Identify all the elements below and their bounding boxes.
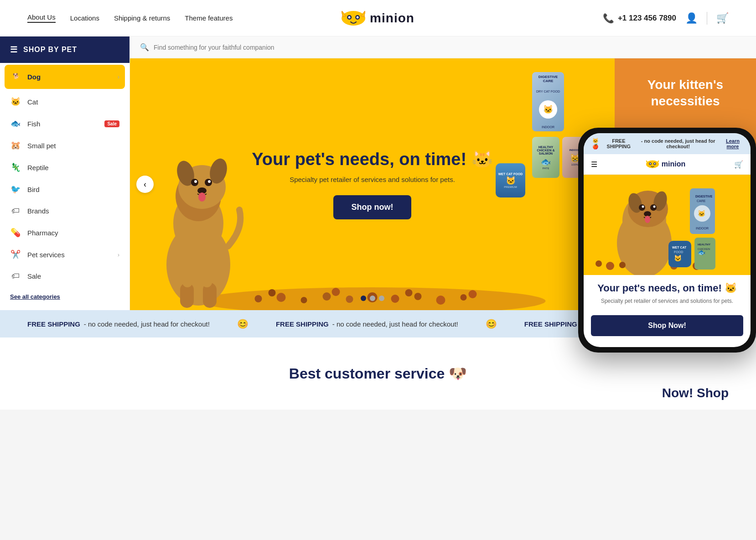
sale-icon: 🏷 (10, 271, 21, 281)
svg-point-30 (391, 295, 399, 303)
nav-about-us[interactable]: About Us (27, 13, 56, 23)
fish-icon: 🐟 (10, 119, 21, 129)
hero-search-bar: 🔍 (130, 36, 756, 58)
user-icon[interactable]: 👤 (685, 12, 698, 24)
shipping-text-1: - no code needed, just head for checkout… (84, 320, 210, 328)
svg-text:FOOD: FOOD (674, 250, 683, 254)
mobile-hero-illustration: DIGESTIVE CARE 🐱 INDOOR HEALTHY CHICKEN … (584, 175, 751, 275)
mobile-learn-more-link[interactable]: Learn more (721, 138, 744, 149)
mobile-cart-icon[interactable]: 🛒 (734, 160, 743, 169)
svg-point-26 (301, 297, 307, 303)
shipping-text-2: - no code needed, just head for checkout… (332, 320, 458, 328)
dot-1[interactable] (361, 296, 366, 301)
svg-point-63 (645, 216, 650, 223)
svg-point-36 (405, 289, 413, 296)
sidebar: ☰ SHOP BY PET 🐕 Dog › 🐱 Cat 🐟 Fish Sale (0, 36, 130, 310)
sidebar-label-dog: Dog (27, 73, 111, 81)
sidebar-item-sale[interactable]: 🏷 Sale (0, 265, 129, 287)
svg-text:🐱: 🐱 (698, 210, 706, 218)
svg-text:WET CAT: WET CAT (672, 246, 687, 249)
dot-2[interactable] (370, 296, 375, 301)
sidebar-item-reptile[interactable]: 🦎 Reptile (0, 156, 129, 178)
svg-point-51 (654, 163, 655, 165)
sidebar-label-pharmacy: Pharmacy (27, 229, 119, 237)
mobile-shipping-bold: FREE SHIPPING (602, 138, 635, 149)
svg-point-50 (650, 163, 651, 165)
svg-point-28 (346, 296, 353, 303)
sidebar-label-cat: Cat (27, 98, 119, 106)
hero-prev-button[interactable]: ‹ (136, 176, 154, 193)
shop-now-button[interactable]: Shop now! (333, 195, 412, 219)
sidebar-item-dog[interactable]: 🐕 Dog › (5, 65, 125, 89)
smile-icon-2: 😊 (486, 318, 497, 329)
logo[interactable]: minion (342, 10, 414, 26)
sidebar-item-pet-services[interactable]: ✂️ Pet services › (0, 244, 129, 265)
sidebar-label-pet-services: Pet services (27, 251, 111, 259)
mobile-hamburger-icon[interactable]: ☰ (591, 160, 597, 169)
mobile-hero-subtitle: Specialty pet retailer of services and s… (591, 298, 743, 304)
mobile-hero-title: Your pet's needs, on time! 🐱 (591, 282, 743, 294)
svg-point-15 (194, 180, 197, 183)
nav-divider (707, 12, 707, 25)
mobile-logo[interactable]: minion (646, 160, 685, 169)
nav-shipping-returns[interactable]: Shipping & returns (114, 14, 170, 22)
hero-main-banner: DIGESTIVE CARE DRY CAT FOOD 🐱 INDOOR HEA… (130, 58, 615, 310)
hero-subtitle: Specialty pet retailer of services and s… (252, 176, 492, 183)
svg-point-27 (323, 292, 331, 301)
svg-text:🐱: 🐱 (674, 254, 682, 262)
hero-text-block: Your pet's needs, on time! 🐱 Specialty p… (252, 149, 492, 219)
brands-icon: 🏷 (10, 206, 21, 216)
mobile-logo-text: minion (662, 160, 685, 168)
mobile-logo-icon (646, 160, 659, 169)
sidebar-label-small-pet: Small pet (27, 142, 119, 150)
dot-3[interactable] (379, 296, 384, 301)
sidebar-label-bird: Bird (27, 186, 119, 193)
sidebar-item-cat[interactable]: 🐱 Cat (0, 91, 129, 113)
svg-text:🐟: 🐟 (698, 249, 706, 256)
best-service-title: Best customer service 🐶 (27, 365, 729, 382)
svg-point-67 (606, 262, 614, 270)
cart-icon[interactable]: 🛒 (716, 12, 729, 24)
shipping-item-2: FREE SHIPPING - no code needed, just hea… (276, 320, 458, 328)
svg-point-18 (198, 192, 206, 202)
nav-links: About Us Locations Shipping & returns Th… (27, 13, 233, 23)
chevron-right-icon: › (118, 73, 119, 80)
nav-locations[interactable]: Locations (70, 14, 99, 22)
mobile-shop-now-button[interactable]: Shop Now! (591, 315, 743, 336)
svg-point-58 (639, 204, 645, 211)
sidebar-item-bird[interactable]: 🐦 Bird (0, 178, 129, 200)
phone-block: 📞 +1 123 456 7890 (603, 13, 676, 24)
nav-theme-features[interactable]: Theme features (185, 14, 233, 22)
smile-icon: 😊 (237, 318, 249, 329)
svg-point-16 (208, 180, 211, 183)
sidebar-label-brands: Brands (27, 207, 119, 215)
sidebar-label-sale: Sale (27, 272, 119, 280)
svg-point-31 (414, 293, 422, 300)
hero-side-title: Your kitten's necessities (615, 77, 756, 110)
small-pet-icon: 🐹 (10, 140, 21, 151)
sidebar-item-pharmacy[interactable]: 💊 Pharmacy (0, 222, 129, 244)
svg-point-3 (348, 16, 351, 18)
svg-rect-65 (645, 254, 654, 274)
sidebar-item-small-pet[interactable]: 🐹 Small pet (0, 135, 129, 156)
bird-icon: 🐦 (10, 184, 21, 194)
svg-point-4 (357, 16, 359, 18)
svg-text:INDOOR: INDOOR (696, 227, 709, 230)
cat-icon: 🐱 (10, 97, 21, 107)
svg-rect-82 (668, 241, 691, 267)
shipping-bold-1: FREE SHIPPING (27, 320, 80, 328)
svg-point-60 (642, 206, 644, 208)
svg-rect-22 (202, 251, 212, 287)
svg-point-25 (277, 293, 286, 302)
sidebar-item-fish[interactable]: 🐟 Fish Sale (0, 113, 129, 135)
see-all-categories[interactable]: See all categories (0, 287, 129, 306)
mobile-shipping-bar: 🐱🍎 FREE SHIPPING - no code needed, just … (584, 133, 751, 154)
search-input[interactable] (154, 44, 746, 51)
dog-icon: 🐕 (10, 71, 21, 83)
sidebar-item-brands[interactable]: 🏷 Brands (0, 200, 129, 222)
svg-rect-64 (631, 257, 640, 274)
sale-badge: Sale (104, 120, 119, 127)
svg-rect-21 (182, 255, 192, 287)
phone-number: +1 123 456 7890 (618, 14, 676, 23)
sidebar-label-reptile: Reptile (27, 164, 119, 171)
